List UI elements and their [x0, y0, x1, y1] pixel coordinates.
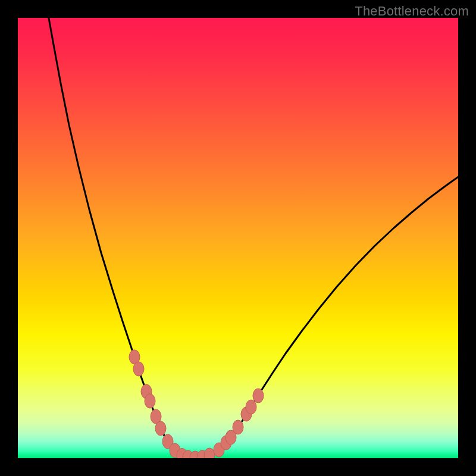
gradient-background: [18, 18, 458, 458]
svg-rect-0: [18, 18, 458, 458]
sample-dot: [253, 389, 264, 403]
sample-dot: [246, 400, 256, 414]
watermark-text: TheBottleneck.com: [355, 4, 469, 19]
sample-dot: [133, 362, 144, 376]
sample-dot: [155, 421, 166, 436]
sample-dot: [145, 394, 155, 408]
sample-dot: [233, 420, 243, 434]
plot-area: [18, 18, 458, 458]
chart-frame: TheBottleneck.com: [0, 0, 476, 476]
